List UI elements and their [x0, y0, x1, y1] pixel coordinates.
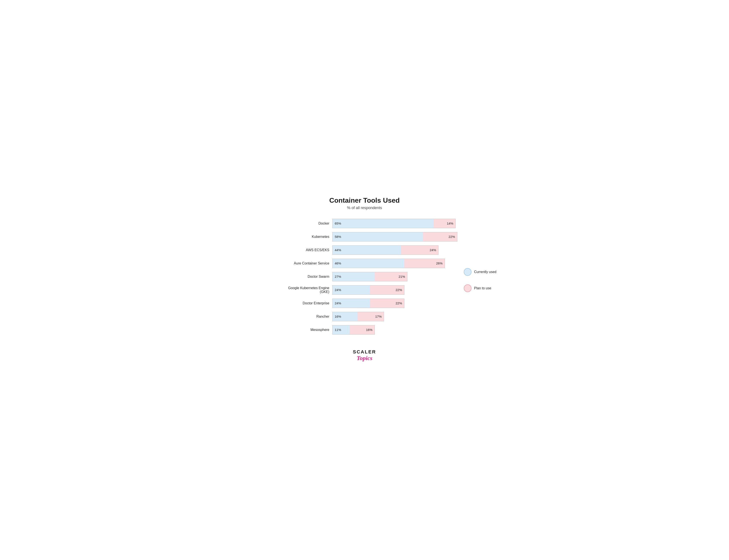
bar-plan: 14%	[433, 219, 455, 228]
bar-plan: 22%	[370, 299, 404, 308]
bar-plan: 26%	[404, 259, 445, 268]
bar-row: Google Kubernetes Engine (GKE)24%22%	[281, 285, 457, 295]
bar-label: Mesosphere	[281, 328, 332, 332]
footer-brand-bottom: Topics	[281, 355, 448, 362]
bar-current: 24%	[333, 299, 370, 308]
footer: SCALER Topics	[281, 349, 448, 362]
bar-row: Mesosphere11%16%	[281, 325, 457, 335]
footer-brand-top: SCALER	[281, 349, 448, 355]
bar-label: AWS ECS/EKS	[281, 248, 332, 252]
bar-label: Doctor Enterprise	[281, 301, 332, 305]
bar-current: 44%	[333, 246, 401, 255]
bar-current: 16%	[333, 312, 358, 321]
bar-group: 65%14%	[332, 219, 456, 228]
bar-plan: 22%	[423, 232, 457, 241]
bar-group: 44%24%	[332, 245, 438, 255]
bars-section: Docker65%14%Kubernetes58%22%AWS ECS/EKS4…	[281, 219, 457, 338]
chart-body: Docker65%14%Kubernetes58%22%AWS ECS/EKS4…	[281, 219, 448, 338]
chart-subtitle: % of all respondents	[281, 206, 448, 210]
bar-group: 27%21%	[332, 272, 407, 281]
legend-section: Currently used Plan to use	[464, 219, 502, 292]
bar-plan: 22%	[370, 285, 404, 294]
legend-plan-to-use-label: Plan to use	[474, 286, 491, 290]
bar-row: AWS ECS/EKS44%24%	[281, 245, 457, 255]
bar-current: 58%	[333, 232, 423, 241]
bar-current: 24%	[333, 285, 370, 294]
bar-label: Aure Container Service	[281, 261, 332, 265]
bar-row: Docker65%14%	[281, 219, 457, 228]
chart-container: Container Tools Used % of all respondent…	[268, 186, 461, 374]
bar-plan: 17%	[358, 312, 384, 321]
bar-label: Rancher	[281, 315, 332, 318]
bar-row: Rancher16%17%	[281, 312, 457, 321]
bar-group: 46%26%	[332, 259, 445, 268]
legend-currently-used-label: Currently used	[474, 270, 496, 274]
bar-label: Kubernetes	[281, 235, 332, 239]
bar-current: 27%	[333, 272, 374, 281]
bar-group: 16%17%	[332, 312, 384, 321]
legend-plan-to-use: Plan to use	[464, 284, 502, 292]
bar-row: Aure Container Service46%26%	[281, 259, 457, 268]
bar-label: Docker	[281, 222, 332, 225]
bar-current: 65%	[333, 219, 433, 228]
bar-row: Kubernetes58%22%	[281, 232, 457, 242]
bar-group: 11%16%	[332, 325, 375, 335]
bar-group: 24%22%	[332, 299, 404, 308]
bar-label: Google Kubernetes Engine (GKE)	[281, 286, 332, 294]
bar-plan: 16%	[350, 325, 374, 334]
bar-row: Doctor Swarm27%21%	[281, 272, 457, 281]
bar-row: Doctor Enterprise24%22%	[281, 299, 457, 308]
legend-currently-used: Currently used	[464, 268, 502, 276]
bar-plan: 21%	[374, 272, 407, 281]
bar-current: 11%	[333, 325, 350, 334]
bar-plan: 24%	[401, 246, 438, 255]
bar-current: 46%	[333, 259, 404, 268]
bar-group: 24%22%	[332, 285, 404, 295]
legend-circle-plan	[464, 284, 471, 292]
legend-circle-current	[464, 268, 471, 276]
bar-group: 58%22%	[332, 232, 457, 242]
bar-label: Doctor Swarm	[281, 275, 332, 279]
chart-title: Container Tools Used	[281, 196, 448, 204]
